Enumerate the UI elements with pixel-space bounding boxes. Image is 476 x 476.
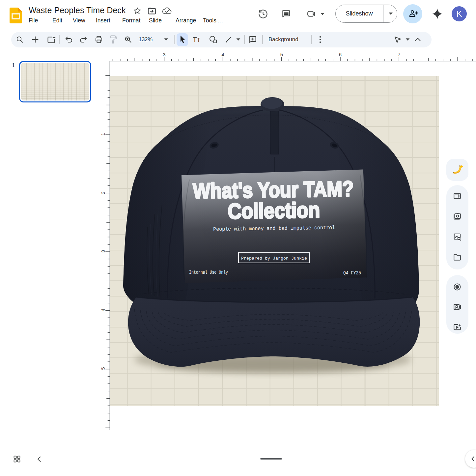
svg-text:6: 6 [339,52,342,57]
svg-text:4: 4 [221,52,224,57]
svg-text:Internal Use Only: Internal Use Only [189,270,228,275]
svg-text:7: 7 [398,52,400,57]
svg-text:Q4 FY25: Q4 FY25 [343,270,361,276]
svg-text:5: 5 [280,52,283,57]
svg-text:3: 3 [100,250,106,253]
svg-text:Collection: Collection [228,198,320,223]
svg-text:2: 2 [100,191,106,194]
svg-text:5: 5 [100,367,106,370]
svg-text:1: 1 [100,133,106,136]
svg-text:3: 3 [163,52,165,57]
svg-text:Prepared by Jargon Junkie: Prepared by Jargon Junkie [241,256,307,261]
svg-text:4: 4 [100,309,106,311]
